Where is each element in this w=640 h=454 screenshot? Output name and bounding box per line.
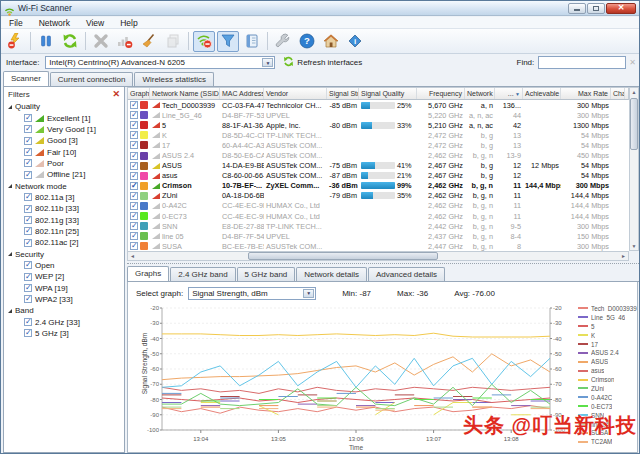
find-clear-icon[interactable]: ✕: [629, 58, 636, 67]
filter-item[interactable]: 802.11g [33]: [8, 214, 124, 225]
filter-item[interactable]: Open: [8, 260, 124, 271]
filters-close-icon[interactable]: ✕: [112, 89, 120, 99]
checkbox[interactable]: [24, 171, 32, 179]
filter-item[interactable]: WEP [2]: [8, 271, 124, 282]
filter-item[interactable]: 802.11b [33]: [8, 203, 124, 214]
checkbox[interactable]: [24, 148, 32, 156]
checkbox[interactable]: [24, 125, 32, 133]
checkbox[interactable]: [24, 239, 32, 247]
table-row[interactable]: ZUni0A-18-D6-6B-...-79 dBm35%2,462 GHzb,…: [128, 191, 629, 201]
minimize-button[interactable]: [568, 3, 586, 14]
filter-button[interactable]: [217, 31, 239, 52]
table-row[interactable]: 0-A42CCC-4E-EC-9B-...HUMAX Co., Ltd2,462…: [128, 201, 629, 211]
graph-type-select[interactable]: Signal Strength, dBm ▼: [188, 287, 316, 300]
table-row[interactable]: SNNE8-DE-27-88-...TP-LINK TECH...2,442 G…: [128, 221, 629, 231]
refresh-interfaces-button[interactable]: Refresh interfaces: [283, 56, 362, 69]
filter-item[interactable]: Good [3]: [8, 135, 124, 146]
column-header-mac-address-[interactable]: MAC Address...: [220, 88, 264, 99]
filter-item[interactable]: Offline [21]: [8, 169, 124, 180]
table-row[interactable]: 0-EC73CC-4E-EC-9E-...HUMAX Co., Ltd2,462…: [128, 211, 629, 221]
checkbox[interactable]: [24, 114, 32, 122]
tab-graphs[interactable]: Graphs: [127, 266, 169, 281]
table-row[interactable]: 1760-A4-4C-A3-...ASUSTek COM...2,472 GHz…: [128, 140, 629, 150]
table-row[interactable]: line 05D4-BF-7F-54-...UPVEL2,437 GHzb, g…: [128, 231, 629, 241]
tab-wireless-statistics[interactable]: Wireless statistics: [134, 72, 214, 86]
table-row[interactable]: Crimson10-7B-EF-...ZyXEL Comm...-36 dBm9…: [128, 181, 629, 191]
row-checkbox[interactable]: [130, 131, 138, 139]
maximize-button[interactable]: [587, 3, 605, 14]
table-row[interactable]: ASUS 2.4D8-50-E6-CA-...ASUSTek COM...2,4…: [128, 150, 629, 160]
find-input[interactable]: [538, 56, 626, 69]
expander-icon[interactable]: [8, 105, 12, 109]
row-checkbox[interactable]: [130, 152, 138, 160]
table-row[interactable]: KD8-5D-4C-CF-...TP-LINK TECH...2,472 GHz…: [128, 130, 629, 140]
row-checkbox[interactable]: [130, 111, 138, 119]
filter-item[interactable]: Very Good [1]: [8, 124, 124, 135]
log-button[interactable]: [241, 31, 263, 52]
stop-scan-button[interactable]: [193, 31, 215, 52]
row-checkbox[interactable]: [130, 222, 138, 230]
home-button[interactable]: [320, 31, 342, 52]
pause-button[interactable]: [35, 31, 57, 52]
expander-icon[interactable]: [8, 309, 12, 313]
scroll-down-icon[interactable]: ▼: [632, 242, 637, 250]
scroll-right-icon[interactable]: ►: [619, 253, 628, 259]
vertical-scroll-thumb[interactable]: [630, 98, 638, 150]
table-row[interactable]: SUSABC-EE-7B-E5-...ASUSTek COM...2,447 G…: [128, 241, 629, 251]
checkbox[interactable]: [24, 318, 32, 326]
table-row[interactable]: ASUS14-DA-E9-BB-...ASUSTek COM...-75 dBm…: [128, 161, 629, 171]
checkbox[interactable]: [24, 227, 32, 235]
tab-5-ghz-band[interactable]: 5 GHz band: [237, 267, 296, 281]
column-header-max-rate[interactable]: Max Rate: [561, 88, 611, 99]
tab-2-4-ghz-band[interactable]: 2.4 GHz band: [170, 267, 235, 281]
column-header-vendor[interactable]: Vendor: [264, 88, 327, 99]
checkbox[interactable]: [24, 216, 32, 224]
checkbox[interactable]: [24, 137, 32, 145]
checkbox[interactable]: [24, 273, 32, 281]
table-horizontal-scrollbar[interactable]: ◄ ►: [127, 251, 629, 261]
column-header-achievable-[interactable]: Achievable ...: [523, 88, 561, 99]
clean-button[interactable]: [138, 31, 160, 52]
column-header-frequency[interactable]: Frequency: [417, 88, 465, 99]
filter-item[interactable]: Fair [10]: [8, 146, 124, 157]
row-checkbox[interactable]: [130, 202, 138, 210]
checkbox[interactable]: [24, 329, 32, 337]
filter-item[interactable]: 802.11ac [2]: [8, 237, 124, 248]
checkbox[interactable]: [24, 284, 32, 292]
row-checkbox[interactable]: [130, 162, 138, 170]
filter-item[interactable]: 2.4 GHz [33]: [8, 316, 124, 327]
checkbox[interactable]: [24, 159, 32, 167]
column-header-network-name-ssid-[interactable]: Network Name (SSID): [150, 88, 220, 99]
menu-help[interactable]: Help: [112, 17, 145, 29]
row-checkbox[interactable]: [130, 212, 138, 220]
about-button[interactable]: i: [344, 31, 366, 52]
disconnect-bolt-button[interactable]: [4, 31, 26, 52]
row-checkbox[interactable]: [130, 101, 138, 109]
close-button[interactable]: ✕: [606, 3, 636, 14]
filter-item[interactable]: Excellent [1]: [8, 113, 124, 124]
filter-item[interactable]: 5 GHz [3]: [8, 328, 124, 339]
row-checkbox[interactable]: [130, 182, 138, 190]
column-header-chann[interactable]: Chann: [611, 88, 625, 99]
refresh-button[interactable]: [59, 31, 81, 52]
table-row[interactable]: 588-1F-A1-36-...Apple, Inc.-80 dBm33%5,2…: [128, 120, 629, 130]
row-checkbox[interactable]: [130, 192, 138, 200]
tab-network-details[interactable]: Network details: [296, 267, 367, 281]
filter-group-band[interactable]: Band: [8, 305, 124, 317]
help-button[interactable]: ?: [296, 31, 318, 52]
filter-item[interactable]: 802.11a [3]: [8, 192, 124, 203]
filter-group-quality[interactable]: Quality: [8, 101, 124, 113]
interface-select[interactable]: Intel(R) Centrino(R) Advanced-N 6205 ▼: [45, 56, 275, 69]
scroll-left-icon[interactable]: ◄: [128, 253, 137, 259]
row-checkbox[interactable]: [130, 121, 138, 129]
tab-scanner[interactable]: Scanner: [3, 71, 49, 86]
filter-item[interactable]: 802.11n [25]: [8, 226, 124, 237]
column-header-signal-quality[interactable]: Signal Quality: [359, 88, 417, 99]
delete-button[interactable]: [90, 31, 112, 52]
filter-item[interactable]: Poor: [8, 158, 124, 169]
signal-remove-button[interactable]: [114, 31, 136, 52]
column-header-graph[interactable]: Graph: [128, 88, 150, 99]
copy-button[interactable]: [162, 31, 184, 52]
expander-icon[interactable]: [8, 184, 12, 188]
tab-advanced-details[interactable]: Advanced details: [368, 267, 445, 281]
